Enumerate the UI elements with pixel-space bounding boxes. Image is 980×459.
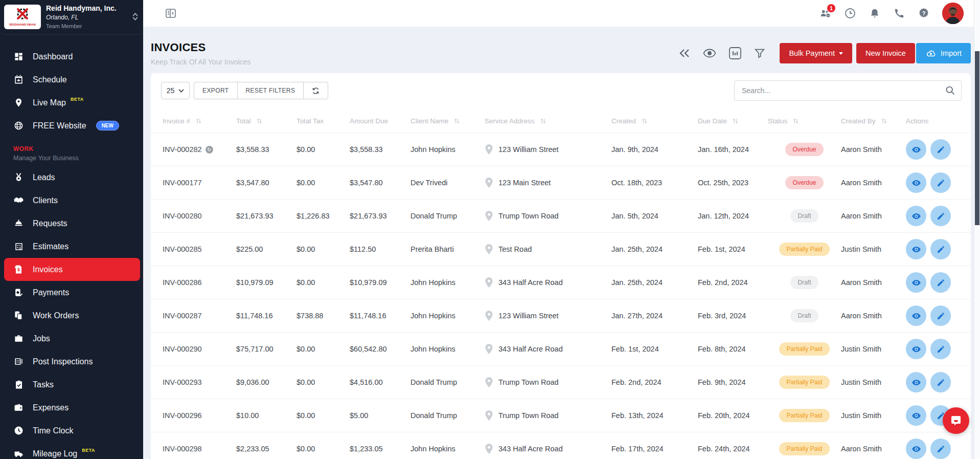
sidebar-item-expenses[interactable]: Expenses (0, 396, 143, 419)
invoice-number[interactable]: INV-000296 (163, 411, 202, 420)
sidebar-item-clients[interactable]: Clients (0, 189, 143, 212)
phone-icon[interactable] (893, 7, 905, 19)
view-invoice-button[interactable] (906, 139, 926, 160)
sidebar-item-live-map[interactable]: Live Map BETA (0, 91, 143, 114)
table-row: INV-000296 $10.00 $0.00 $5.00 Donald Tru… (151, 399, 971, 432)
double-chevron-left-icon[interactable] (678, 48, 691, 58)
invoice-number[interactable]: INV-000282 (163, 145, 202, 154)
view-invoice-button[interactable] (906, 339, 926, 359)
help-icon[interactable]: ? (918, 7, 930, 19)
sidebar-item-schedule[interactable]: Schedule (0, 68, 143, 91)
invoice-number[interactable]: INV-000287 (163, 312, 202, 320)
sidebar-item-post-inspections[interactable]: Post Inspections (0, 350, 143, 373)
edit-invoice-button[interactable] (930, 439, 951, 459)
map-pin-icon (485, 244, 493, 255)
user-avatar[interactable] (942, 3, 964, 24)
clock-icon[interactable] (844, 7, 856, 19)
page-size-select[interactable]: 25 (161, 82, 190, 99)
eye-icon[interactable] (703, 48, 716, 58)
sidebar-item-dashboard[interactable]: Dashboard (0, 45, 143, 68)
calculator-icon (13, 241, 24, 252)
sidebar-item-estimates[interactable]: Estimates (0, 235, 143, 258)
page-header: INVOICES Keep Track Of All Your Invoices (151, 41, 971, 66)
filter-icon[interactable] (754, 47, 765, 59)
refresh-icon (312, 87, 320, 95)
column-header-due-date[interactable]: Due Date (698, 117, 768, 125)
column-header-total[interactable]: Total (236, 117, 297, 125)
invoice-number[interactable]: INV-000286 (163, 278, 202, 287)
sidebar-item-requests[interactable]: Requests (0, 212, 143, 235)
table-row: INV-000280 $21,673.93 $1,226.83 $21,673.… (151, 199, 971, 232)
company-header[interactable]: REIDHANDYMAN Reid Handyman, Inc. Orlando… (0, 0, 143, 35)
import-button[interactable]: Import (916, 43, 971, 63)
created-cell: Feb. 2nd, 2024 (611, 378, 698, 386)
table-header: Invoice # Total Total Tax Amount Due Cli… (151, 109, 971, 133)
view-icon (911, 411, 921, 421)
scrollbar-thumb[interactable] (975, 51, 979, 225)
search-input[interactable] (734, 80, 962, 101)
view-invoice-button[interactable] (906, 439, 926, 459)
view-invoice-button[interactable] (906, 372, 926, 392)
view-invoice-button[interactable] (906, 405, 926, 426)
company-switcher-icon[interactable] (132, 13, 138, 20)
edit-invoice-button[interactable] (930, 372, 951, 392)
export-button[interactable]: EXPORT (194, 82, 238, 99)
map-pin-icon (485, 410, 493, 421)
view-invoice-button[interactable] (906, 206, 926, 226)
chat-widget-button[interactable] (943, 407, 969, 434)
users-chat-icon[interactable]: 1 (819, 7, 832, 19)
invoice-number[interactable]: INV-000285 (163, 245, 202, 253)
status-badge: Draft (790, 209, 818, 223)
edit-invoice-button[interactable] (930, 206, 951, 226)
sidebar-item-free-website[interactable]: FREE Website NEW (0, 114, 143, 137)
service-address-cell: Trump Town Road (485, 410, 611, 421)
search-icon[interactable] (945, 85, 955, 98)
view-invoice-button[interactable] (906, 239, 926, 259)
invoice-number[interactable]: INV-000298 (163, 445, 202, 453)
client-name-cell: John Hopkins (411, 145, 485, 154)
edit-icon (937, 312, 945, 320)
due-date-cell: Jan. 16th, 2024 (698, 145, 768, 154)
status-cell: Partially Paid (768, 243, 841, 256)
column-header-status[interactable]: Status (768, 117, 841, 125)
sidebar-item-mileage-log[interactable]: Mileage Log BETA (0, 442, 143, 459)
column-header-client-name[interactable]: Client Name (411, 117, 485, 125)
edit-invoice-button[interactable] (930, 272, 951, 293)
column-header-invoice[interactable]: Invoice # (163, 117, 236, 125)
company-logo: REIDHANDYMAN (4, 5, 41, 29)
sidebar-item-payments[interactable]: Payments (0, 281, 143, 304)
invoice-icon: $ (13, 264, 24, 275)
edit-invoice-button[interactable] (930, 239, 951, 259)
service-address-cell: 123 William Street (485, 144, 611, 155)
sidebar-item-invoices[interactable]: $ Invoices (4, 258, 140, 281)
total-cell: $3,547.80 (236, 179, 297, 187)
sidebar-item-leads[interactable]: Leads (0, 166, 143, 189)
column-header-created[interactable]: Created (611, 117, 698, 125)
edit-invoice-button[interactable] (930, 172, 951, 193)
reset-filters-button[interactable]: RESET FILTERS (237, 82, 304, 99)
edit-invoice-button[interactable] (930, 339, 951, 359)
new-invoice-button[interactable]: New Invoice (856, 43, 915, 63)
sidebar-collapse-icon[interactable] (165, 7, 177, 19)
bulk-payment-button[interactable]: Bulk Payment (780, 43, 852, 63)
sidebar-item-jobs[interactable]: Jobs (0, 327, 143, 350)
bell-icon[interactable] (869, 7, 881, 19)
invoice-number[interactable]: INV-000290 (163, 345, 202, 353)
sidebar-item-time-clock[interactable]: Time Clock (0, 419, 143, 442)
view-invoice-button[interactable] (906, 272, 926, 293)
edit-invoice-button[interactable] (930, 305, 951, 326)
invoice-number[interactable]: INV-000280 (163, 212, 202, 220)
column-header-service-address[interactable]: Service Address (485, 117, 611, 125)
edit-invoice-button[interactable] (930, 139, 951, 160)
invoice-number[interactable]: INV-000293 (163, 378, 202, 386)
invoice-number[interactable]: INV-000177 (163, 179, 202, 187)
sidebar-item-tasks[interactable]: Tasks (0, 373, 143, 396)
page-scrollbar[interactable] (974, 0, 980, 459)
sidebar-item-work-orders[interactable]: Work Orders (0, 304, 143, 327)
column-header-created-by[interactable]: Created By (841, 117, 906, 125)
view-invoice-button[interactable] (906, 172, 926, 193)
chart-icon[interactable] (728, 47, 742, 60)
briefcase-icon (13, 333, 24, 344)
refresh-button[interactable] (303, 82, 328, 99)
view-invoice-button[interactable] (906, 305, 926, 326)
